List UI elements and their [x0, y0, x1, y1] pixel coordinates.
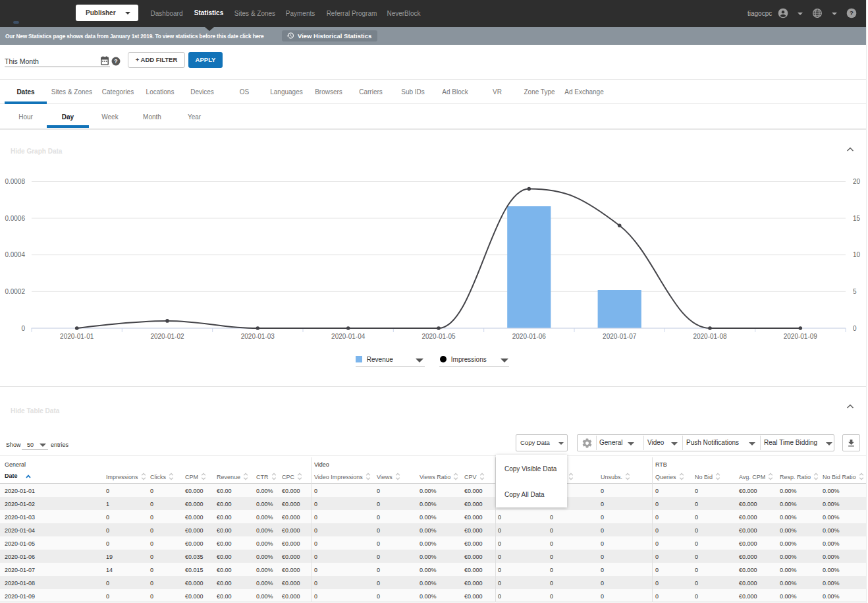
svg-text:0: 0 [21, 325, 25, 332]
svg-text:0.0004: 0.0004 [5, 251, 25, 258]
svg-text:?: ? [850, 9, 854, 16]
svg-text:15: 15 [853, 215, 861, 222]
svg-text:0.0002: 0.0002 [5, 288, 25, 295]
svg-text:0.0006: 0.0006 [5, 215, 25, 222]
svg-text:0: 0 [853, 325, 857, 332]
svg-text:2020-01-09: 2020-01-09 [784, 333, 818, 340]
svg-text:2020-01-04: 2020-01-04 [331, 333, 366, 340]
svg-text:2020-01-03: 2020-01-03 [241, 333, 275, 340]
svg-text:2020-01-06: 2020-01-06 [512, 333, 547, 340]
svg-text:2020-01-05: 2020-01-05 [421, 333, 456, 340]
svg-text:2020-01-08: 2020-01-08 [693, 333, 727, 340]
svg-text:2020-01-01: 2020-01-01 [60, 333, 94, 340]
svg-text:20: 20 [853, 178, 861, 185]
svg-text:5: 5 [853, 288, 857, 295]
svg-text:2020-01-02: 2020-01-02 [150, 333, 184, 340]
svg-text:0.0008: 0.0008 [5, 178, 25, 185]
svg-text:2020-01-07: 2020-01-07 [603, 333, 637, 340]
svg-text:10: 10 [853, 251, 861, 258]
svg-text:?: ? [114, 58, 117, 65]
